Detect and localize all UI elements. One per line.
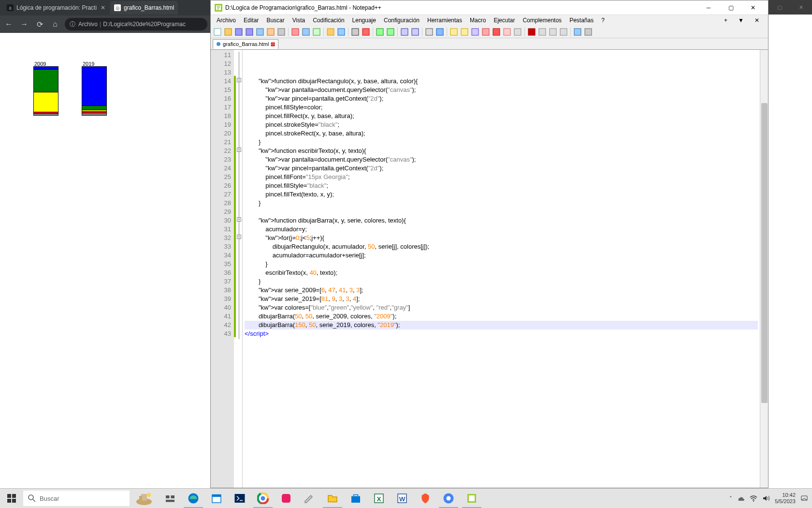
notepadpp-icon[interactable]	[460, 489, 483, 508]
home-button[interactable]: ⌂	[49, 18, 61, 30]
brave-icon[interactable]	[414, 489, 437, 508]
menu-close-button[interactable]: ✕	[751, 16, 763, 25]
tray-chevron-icon[interactable]: ˄	[729, 495, 732, 502]
toolbar-button-29[interactable]	[470, 27, 480, 37]
favicon-icon: a	[7, 4, 14, 11]
svg-rect-27	[514, 29, 521, 35]
file-tab-close-icon[interactable]: ⊠	[271, 41, 275, 47]
toolbar-button-24[interactable]	[424, 27, 434, 37]
wifi-icon[interactable]	[750, 494, 757, 502]
fold-column: −−−−	[236, 50, 243, 488]
toolbar-button-31[interactable]	[492, 27, 501, 37]
powershell-icon[interactable]	[228, 489, 251, 508]
toolbar-button-32[interactable]	[502, 27, 512, 37]
toolbar-button-9[interactable]	[301, 27, 311, 37]
browser-tab-strip: a Lógica de programación: Practi ✕ ◎ gra…	[0, 0, 210, 15]
menu-herramientas[interactable]: Herramientas	[423, 16, 466, 25]
svg-rect-46	[171, 495, 175, 498]
pen-icon[interactable]	[298, 489, 321, 508]
menu-configuración[interactable]: Configuración	[380, 16, 423, 25]
menu-archivo[interactable]: Archivo	[213, 16, 240, 25]
menu-ejecutar[interactable]: Ejecutar	[490, 16, 519, 25]
file-tab[interactable]: grafico_Barras.html ⊠	[213, 39, 278, 49]
browser-tab-2[interactable]: ◎ grafico_Barras.html	[110, 1, 178, 15]
toolbar-button-12[interactable]	[326, 27, 335, 37]
menu-?[interactable]: ?	[597, 16, 609, 25]
toolbar-button-13[interactable]	[336, 27, 346, 37]
store-icon[interactable]	[344, 489, 367, 508]
onedrive-icon[interactable]	[737, 494, 745, 502]
toolbar-button-27[interactable]	[449, 27, 459, 37]
vertical-scrollbar[interactable]	[760, 50, 768, 488]
toolbar-button-6[interactable]	[276, 27, 286, 37]
address-bar[interactable]: ⓘ Archivo | D:/Logica%20de%20Programac	[65, 18, 207, 30]
toolbar-button-30[interactable]	[481, 27, 491, 37]
toolbar-button-16[interactable]	[361, 27, 371, 37]
bg-maximize-button[interactable]: ▢	[768, 0, 790, 15]
toolbar-button-15[interactable]	[350, 27, 360, 37]
back-button[interactable]: ←	[3, 18, 14, 30]
menu-complementos[interactable]: Complementos	[519, 16, 566, 25]
notifications-icon[interactable]	[800, 494, 808, 502]
toolbar-button-22[interactable]	[410, 27, 420, 37]
menu-plus-button[interactable]: +	[720, 16, 731, 25]
edge-icon[interactable]	[182, 489, 205, 508]
toolbar-button-40[interactable]	[573, 27, 582, 37]
menu-buscar[interactable]: Buscar	[262, 16, 288, 25]
toolbar-button-37[interactable]	[548, 27, 558, 37]
toolbar-button-18[interactable]	[375, 27, 385, 37]
notepadpp-window: D:\Logica de Programacion\grafico_Barras…	[210, 0, 768, 488]
maximize-button[interactable]: ▢	[720, 1, 742, 15]
toolbar-button-4[interactable]	[255, 27, 265, 37]
date-text: 5/5/2023	[775, 498, 796, 505]
clock[interactable]: 10:42 5/5/2023	[775, 492, 796, 505]
close-button[interactable]: ✕	[742, 1, 764, 15]
svg-rect-51	[235, 494, 245, 503]
calendar-icon[interactable]	[205, 489, 228, 508]
minimize-button[interactable]: ─	[697, 1, 720, 15]
menu-dropdown-button[interactable]: ▼	[734, 16, 748, 25]
app-pink-icon[interactable]	[275, 489, 298, 508]
toolbar-button-5[interactable]	[266, 27, 276, 37]
toolbar-button-8[interactable]	[290, 27, 300, 37]
toolbar-button-1[interactable]	[223, 27, 233, 37]
search-placeholder: Buscar	[40, 495, 59, 502]
toolbar-button-10[interactable]	[312, 27, 321, 37]
scrollbar-thumb[interactable]	[761, 103, 768, 403]
word-icon[interactable]: W	[391, 489, 414, 508]
toolbar-button-38[interactable]	[559, 27, 568, 37]
forward-button[interactable]: →	[18, 18, 30, 30]
start-button[interactable]	[0, 489, 23, 508]
chrome2-icon[interactable]	[437, 489, 460, 508]
svg-text:W: W	[399, 495, 406, 503]
task-view-icon[interactable]	[159, 489, 182, 508]
toolbar-button-36[interactable]	[537, 27, 547, 37]
toolbar-button-0[interactable]	[213, 27, 222, 37]
toolbar-button-21[interactable]	[400, 27, 409, 37]
volume-icon[interactable]	[762, 494, 770, 502]
menu-pestañas[interactable]: Pestañas	[566, 16, 597, 25]
menu-codificación[interactable]: Codificación	[309, 16, 348, 25]
toolbar-button-25[interactable]	[435, 27, 445, 37]
toolbar-button-2[interactable]	[234, 27, 244, 37]
menu-vista[interactable]: Vista	[289, 16, 309, 25]
menu-editar[interactable]: Editar	[240, 16, 262, 25]
chrome-icon[interactable]	[251, 489, 275, 508]
excel-icon[interactable]: X	[367, 489, 391, 508]
toolbar-button-41[interactable]	[583, 27, 593, 37]
code-area[interactable]: "kw">function dibujarRectangulo(x, y, ba…	[243, 50, 760, 488]
toolbar-button-19[interactable]	[386, 27, 395, 37]
taskbar-search[interactable]: Buscar	[23, 491, 130, 506]
reload-button[interactable]: ⟳	[34, 18, 45, 30]
menu-macro[interactable]: Macro	[466, 16, 490, 25]
weather-widget[interactable]	[130, 489, 159, 508]
toolbar-button-28[interactable]	[460, 27, 469, 37]
tab-close-icon[interactable]: ✕	[101, 4, 105, 11]
explorer-icon[interactable]	[321, 489, 344, 508]
menu-lenguaje[interactable]: Lenguaje	[348, 16, 380, 25]
bg-close-button[interactable]: ✕	[790, 0, 812, 15]
toolbar-button-35[interactable]	[527, 27, 536, 37]
toolbar-button-3[interactable]	[245, 27, 254, 37]
browser-tab-1[interactable]: a Lógica de programación: Practi ✕	[3, 1, 109, 15]
toolbar-button-33[interactable]	[513, 27, 522, 37]
